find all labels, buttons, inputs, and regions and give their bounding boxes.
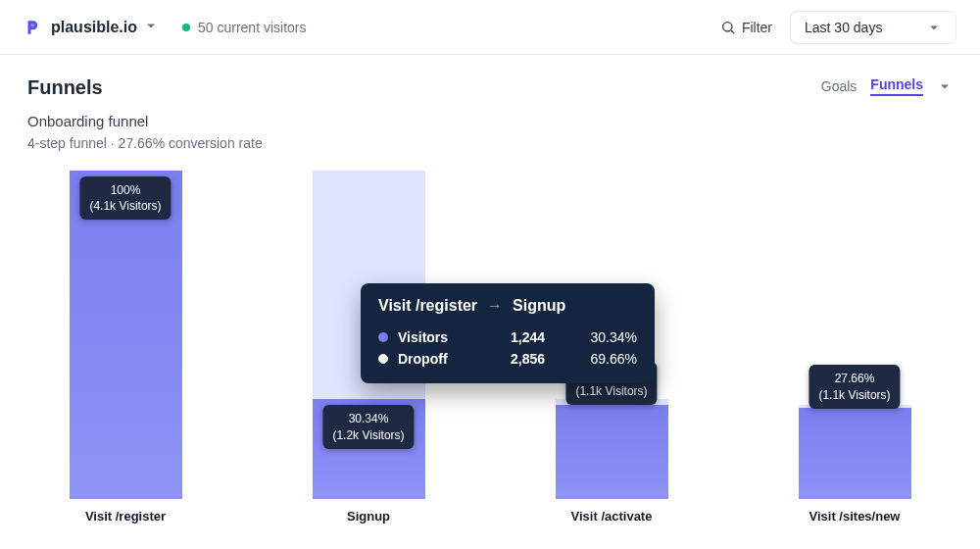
date-range-picker[interactable]: Last 30 days bbox=[790, 11, 956, 44]
visitors-dot-icon bbox=[378, 332, 388, 342]
bar-visitors: (1.2k Visitors) bbox=[332, 427, 404, 443]
filter-label: Filter bbox=[742, 20, 772, 35]
bar-pct: 30.34% bbox=[332, 411, 404, 426]
funnel-summary: 4-step funnel · 27.66% conversion rate bbox=[27, 135, 263, 151]
tooltip-to: Signup bbox=[513, 297, 565, 315]
tab-goals[interactable]: Goals bbox=[821, 78, 858, 94]
bar-badge: 30.34%(1.2k Visitors) bbox=[322, 405, 414, 448]
bar-x-label: Visit /activate bbox=[553, 509, 670, 524]
site-name[interactable]: plausible.io bbox=[51, 19, 137, 36]
live-dot-icon bbox=[182, 24, 190, 31]
panel-header: Funnels Onboarding funnel 4-step funnel … bbox=[27, 76, 953, 151]
bar-visitors: (1.1k Visitors) bbox=[575, 383, 647, 399]
panel-title: Funnels bbox=[27, 76, 263, 99]
tooltip-from: Visit /register bbox=[378, 297, 477, 315]
tooltip-dropoff-label: Dropoff bbox=[398, 351, 476, 367]
bar-badge: 100%(4.1k Visitors) bbox=[79, 176, 171, 220]
date-range-label: Last 30 days bbox=[805, 20, 882, 35]
tooltip-dropoff-pct: 69.66% bbox=[555, 351, 637, 367]
filter-button[interactable]: Filter bbox=[720, 20, 772, 35]
bar-visitors: (4.1k Visitors) bbox=[89, 198, 161, 214]
bar-pct: 27.66% bbox=[818, 371, 890, 386]
funnels-panel: Funnels Onboarding funnel 4-step funnel … bbox=[0, 55, 980, 528]
bar-x-label: Visit /sites/new bbox=[796, 509, 913, 524]
site-switcher-chevron-icon[interactable] bbox=[143, 18, 159, 37]
bar-x-label: Visit /register bbox=[67, 509, 184, 524]
funnel-name: Onboarding funnel bbox=[27, 113, 263, 129]
search-icon bbox=[720, 20, 736, 35]
bar-visitors: (1.1k Visitors) bbox=[818, 387, 890, 403]
logo-icon bbox=[24, 19, 41, 36]
top-bar: plausible.io 50 current visitors Filter … bbox=[0, 0, 980, 55]
chevron-down-icon bbox=[926, 20, 942, 35]
funnel-step-tooltip: Visit /register → Signup Visitors 1,244 … bbox=[361, 283, 655, 383]
tooltip-visitors-label: Visitors bbox=[398, 329, 476, 345]
tooltip-visitors-pct: 30.34% bbox=[555, 329, 637, 345]
funnel-chart: 100%(4.1k Visitors)30.34%(1.2k Visitors)… bbox=[27, 171, 953, 528]
bar-x-label: Signup bbox=[310, 509, 427, 524]
bar-badge: 27.66%(1.1k Visitors) bbox=[808, 365, 900, 408]
tooltip-visitors-value: 1,244 bbox=[486, 329, 545, 345]
tab-funnels[interactable]: Funnels bbox=[870, 76, 923, 96]
arrow-right-icon: → bbox=[487, 297, 503, 315]
current-visitors[interactable]: 50 current visitors bbox=[182, 20, 306, 35]
tooltip-dropoff-value: 2,856 bbox=[486, 351, 545, 367]
chevron-down-icon[interactable] bbox=[937, 78, 953, 94]
current-visitors-text: 50 current visitors bbox=[198, 20, 306, 35]
dropoff-dot-icon bbox=[378, 354, 388, 364]
funnel-bar[interactable]: 27.66%(1.1k Visitors) bbox=[796, 171, 913, 499]
bar-pct: 100% bbox=[89, 182, 161, 198]
svg-line-1 bbox=[731, 30, 734, 33]
funnel-bar[interactable]: 100%(4.1k Visitors) bbox=[67, 171, 184, 499]
panel-tabs: Goals Funnels bbox=[821, 76, 953, 96]
svg-point-0 bbox=[723, 22, 732, 30]
